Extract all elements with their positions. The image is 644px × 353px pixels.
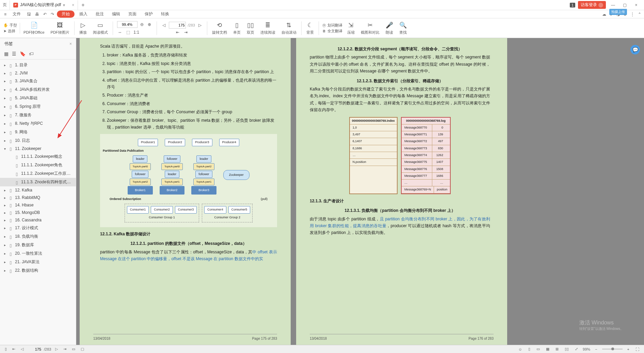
sb-tool2-icon[interactable]: ▢ bbox=[79, 347, 85, 351]
find-button[interactable]: 🔍查找 bbox=[397, 21, 409, 35]
notification-badge[interactable]: 1 bbox=[570, 3, 575, 7]
fit-page-icon[interactable]: ⬚ bbox=[125, 29, 131, 35]
chevron-icon[interactable]: ▸ bbox=[4, 260, 8, 264]
sb-last-icon[interactable]: ⇥ bbox=[62, 347, 68, 351]
full-translate[interactable]: 🗎全文翻译 bbox=[322, 29, 342, 34]
compress-button[interactable]: ⇲压缩 bbox=[344, 21, 357, 35]
bookmark-item[interactable]: ▸▯6. Spring 原理 bbox=[0, 102, 76, 111]
chevron-icon[interactable]: ▸ bbox=[4, 203, 8, 207]
word-translate[interactable]: ㊥划词翻译 bbox=[322, 23, 342, 28]
chevron-icon[interactable]: ▸ bbox=[4, 196, 8, 200]
chevron-icon[interactable]: ▸ bbox=[4, 105, 8, 108]
read-aloud-button[interactable]: 🎤朗读 bbox=[383, 21, 396, 35]
bookmark-item[interactable]: ▸▯15. MongoDB bbox=[0, 209, 76, 216]
undo-icon[interactable]: ↶ bbox=[42, 12, 48, 17]
chevron-icon[interactable]: ▸ bbox=[4, 113, 8, 117]
bookmark-item[interactable]: ▸▯12. Kafka bbox=[0, 186, 76, 194]
chevron-icon[interactable]: ▸ bbox=[4, 63, 8, 67]
chevron-icon[interactable]: ▸ bbox=[4, 71, 8, 75]
sb-zoom-slider[interactable] bbox=[602, 349, 623, 350]
actual-size-icon[interactable]: 1:1 bbox=[133, 29, 140, 35]
sb-zoom-out-icon[interactable]: − bbox=[594, 347, 598, 351]
bookmark-item[interactable]: ▯11.1.2. Zookeeper工作原理（原子广播） bbox=[0, 169, 76, 178]
sb-fit-icon[interactable]: ⤢ bbox=[574, 347, 579, 351]
rotate-button[interactable]: ⟲旋转文档 bbox=[209, 21, 230, 35]
bookmark-item[interactable]: ▸▯8. Netty 与RPC bbox=[0, 119, 76, 128]
redo-icon[interactable]: ↷ bbox=[49, 12, 55, 17]
first-page-icon[interactable]: ⇤ bbox=[175, 30, 181, 35]
bookmark-item[interactable]: ▸▯22. 数据结构 bbox=[0, 266, 76, 275]
cloud-icon[interactable]: ☁ bbox=[602, 12, 606, 17]
single-page[interactable]: ▯单页 bbox=[230, 21, 243, 35]
select-tool[interactable]: ➤选择 bbox=[3, 29, 17, 34]
chevron-icon[interactable]: ▾ bbox=[4, 147, 8, 151]
zoom-input[interactable] bbox=[117, 21, 138, 28]
bookmark-item[interactable]: ▸▯17. 设计模式 bbox=[0, 224, 76, 232]
sidebar-close-icon[interactable]: × bbox=[69, 41, 72, 46]
close-tab-icon[interactable]: × bbox=[72, 3, 74, 7]
add-tab-button[interactable]: + bbox=[78, 2, 88, 8]
bookmark-item[interactable]: ▾▯11. Zookeeper bbox=[0, 145, 76, 152]
bookmark-item[interactable]: ▸▯2. JVM bbox=[0, 69, 76, 77]
chevron-icon[interactable]: ▸ bbox=[4, 211, 8, 215]
continuous-read[interactable]: ≣连续阅读 bbox=[258, 21, 278, 35]
bookmark-item[interactable]: ▸▯14. Hbase bbox=[0, 201, 76, 209]
next-page-icon[interactable]: ▷ bbox=[197, 23, 203, 28]
menu-convert[interactable]: 转换 bbox=[158, 11, 173, 18]
bookmark-item[interactable]: ▸▯16. Cassandra bbox=[0, 216, 76, 224]
chevron-icon[interactable]: ▸ bbox=[4, 188, 8, 192]
save-icon[interactable]: 🖫 bbox=[26, 12, 32, 17]
pdf-to-office[interactable]: 📄PDF转Office bbox=[21, 21, 47, 35]
home-tab[interactable]: 页 bbox=[0, 0, 10, 10]
print-icon[interactable]: 🖶 bbox=[34, 12, 41, 17]
menu-page[interactable]: 页面 bbox=[125, 11, 140, 18]
chevron-icon[interactable]: ▸ bbox=[4, 243, 8, 247]
bookmark-item[interactable]: ▸▯1. 目录 bbox=[0, 61, 76, 69]
chevron-icon[interactable]: ▸ bbox=[4, 252, 8, 255]
upload-tag[interactable]: 拍摄上传 bbox=[609, 9, 627, 15]
bookmark-tab-icon[interactable]: ☰ bbox=[12, 51, 16, 56]
bookmark-item[interactable]: ▸▯10. 日志 bbox=[0, 136, 76, 145]
minimize-button[interactable]: — bbox=[609, 3, 617, 7]
close-window-button[interactable]: × bbox=[632, 3, 641, 7]
sb-expand-icon[interactable]: ⛶ bbox=[634, 347, 641, 351]
bookmark-item[interactable]: ▸▯9. 网络 bbox=[0, 128, 76, 136]
bookmark-item[interactable]: ▸▯5. JAVA基础 bbox=[0, 94, 76, 102]
fit-width-icon[interactable]: ↔ bbox=[117, 29, 123, 35]
bookmark-item[interactable]: ▸▯18. 负载均衡 bbox=[0, 232, 76, 241]
bookmark-item[interactable]: ▸▯13. RabbitMQ bbox=[0, 194, 76, 201]
tab-dropdown-icon[interactable]: ▾ bbox=[63, 3, 65, 7]
sb-view5-icon[interactable]: ▯▯ bbox=[563, 347, 570, 351]
maximize-button[interactable]: ▢ bbox=[620, 3, 629, 7]
sb-face-icon[interactable]: ☺ bbox=[517, 347, 524, 351]
bookmark-item[interactable]: ▸▯7. 微服务 bbox=[0, 111, 76, 119]
chevron-icon[interactable]: ▸ bbox=[4, 226, 8, 230]
chevron-icon[interactable]: ▸ bbox=[4, 96, 8, 100]
bookmark-item[interactable]: ▯11.1.1. Zookeeper概念 bbox=[0, 152, 76, 161]
chevron-icon[interactable]: ▸ bbox=[4, 235, 8, 238]
pdf-to-image[interactable]: 🖼PDF转图片 bbox=[48, 21, 72, 35]
float-assist-button[interactable]: 💬 bbox=[630, 45, 640, 54]
chevron-icon[interactable]: ▸ bbox=[4, 130, 8, 134]
menu-annotate[interactable]: 批注 bbox=[92, 11, 107, 18]
menu-insert[interactable]: 插入 bbox=[76, 11, 91, 18]
sb-view4-icon[interactable]: ⊞ bbox=[554, 347, 560, 351]
play-button[interactable]: ▷播放 bbox=[77, 21, 90, 35]
document-viewport[interactable]: 💬 Scala 语言编写，目前是 Apache 的开源项目。 broker：Ka… bbox=[76, 38, 644, 345]
prev-page-icon[interactable]: ◁ bbox=[161, 23, 167, 28]
read-mode[interactable]: ▭阅读模式 bbox=[90, 21, 111, 35]
chevron-icon[interactable]: ▸ bbox=[4, 218, 8, 222]
bookmark-item[interactable]: ▸▯21. JAVA算法 bbox=[0, 258, 76, 266]
sb-tool1-icon[interactable]: ▭ bbox=[70, 347, 77, 351]
zoom-out-icon[interactable]: ⊖ bbox=[139, 21, 145, 28]
page-input[interactable] bbox=[169, 22, 186, 29]
sb-zoom-in-icon[interactable]: + bbox=[626, 347, 631, 351]
bookmark-item[interactable]: ▸▯19. 数据库 bbox=[0, 241, 76, 249]
login-button[interactable]: 访客登录 bbox=[578, 1, 606, 9]
menu-file[interactable]: 文件 bbox=[9, 11, 24, 18]
chevron-icon[interactable]: ▸ bbox=[4, 139, 8, 142]
bookmark-item[interactable]: ▯11.1.1. Zookeeper角色 bbox=[0, 161, 76, 169]
sb-first-icon[interactable]: ⇤ bbox=[11, 347, 17, 351]
bookmark-item[interactable]: ▸▯4. JAVA多线程并发 bbox=[0, 85, 76, 94]
hand-tool[interactable]: ✋手型 bbox=[3, 23, 17, 28]
